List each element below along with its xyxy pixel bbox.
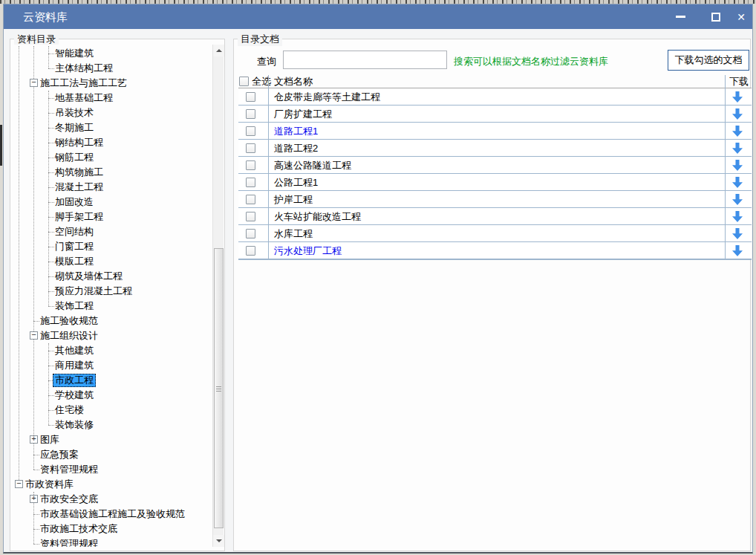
tree-item-label[interactable]: 砌筑及墙体工程: [53, 270, 125, 283]
download-arrow-icon[interactable]: [732, 143, 743, 154]
tree-item-label[interactable]: 构筑物施工: [53, 166, 105, 179]
document-name[interactable]: 公路工程1: [274, 174, 318, 191]
tree-item-label[interactable]: 施工工法与施工工艺: [38, 77, 129, 90]
tree-item-label-selected[interactable]: 市政工程: [53, 374, 96, 387]
tree-item-label[interactable]: 模版工程: [53, 255, 96, 268]
tree-item-label[interactable]: 智能建筑: [53, 47, 96, 60]
row-checkbox[interactable]: [246, 126, 255, 136]
tree-item-label[interactable]: 装饰工程: [53, 299, 96, 313]
tree-item[interactable]: 施工验收规范: [13, 314, 212, 328]
tree-item[interactable]: −施工组织设计: [13, 328, 212, 343]
tree-item-label[interactable]: 预应力混凝土工程: [53, 285, 134, 298]
scrollbar-thumb[interactable]: [214, 248, 224, 528]
document-name[interactable]: 道路工程2: [274, 140, 318, 157]
download-arrow-icon[interactable]: [732, 211, 743, 222]
tree-item-label[interactable]: 资料管理规程: [38, 537, 100, 547]
download-arrow-icon[interactable]: [732, 108, 743, 120]
tree-item[interactable]: −市政资料库: [13, 477, 212, 492]
collapse-icon[interactable]: −: [15, 480, 23, 488]
scroll-down-icon[interactable]: [213, 535, 224, 547]
tree-item-label[interactable]: 市政资料库: [23, 478, 76, 491]
tree-item[interactable]: +图库: [13, 432, 212, 447]
tree-item[interactable]: 资料管理规程: [13, 536, 212, 547]
maximize-icon[interactable]: [705, 7, 727, 27]
download-checked-button[interactable]: 下载勾选的文档: [668, 50, 749, 71]
tree-item[interactable]: 模版工程: [13, 254, 212, 269]
tree-item[interactable]: 市政基础设施工程施工及验收规范: [13, 507, 212, 522]
tree-item-label[interactable]: 脚手架工程: [53, 210, 105, 224]
select-all-checkbox[interactable]: [239, 77, 249, 86]
tree-item[interactable]: 混凝土工程: [13, 180, 212, 195]
document-name-link[interactable]: 道路工程1: [274, 123, 318, 140]
tree-item[interactable]: 市政施工技术交底: [13, 522, 212, 536]
tree-item-label[interactable]: 施工验收规范: [38, 314, 100, 328]
row-checkbox[interactable]: [246, 246, 255, 256]
tree-item[interactable]: +市政安全交底: [13, 492, 212, 507]
download-arrow-icon[interactable]: [732, 160, 743, 171]
download-arrow-icon[interactable]: [732, 245, 743, 256]
download-arrow-icon[interactable]: [732, 177, 743, 188]
row-checkbox[interactable]: [246, 109, 255, 119]
expand-icon[interactable]: +: [30, 495, 38, 503]
tree-item-label[interactable]: 地基基础工程: [53, 91, 115, 105]
tree-item[interactable]: 智能建筑: [13, 46, 212, 61]
download-column-header[interactable]: 下载: [729, 75, 749, 88]
tree-item-label[interactable]: 钢结构工程: [53, 136, 105, 149]
tree-item-label[interactable]: 图库: [38, 433, 62, 447]
tree-item[interactable]: 装饰工程: [13, 299, 212, 314]
row-checkbox[interactable]: [246, 160, 255, 170]
download-arrow-icon[interactable]: [732, 91, 743, 103]
tree-item-label[interactable]: 门窗工程: [53, 240, 96, 253]
scroll-up-icon[interactable]: [213, 45, 224, 56]
expand-icon[interactable]: +: [30, 435, 38, 444]
tree-item[interactable]: 主体结构工程: [13, 61, 212, 76]
tree-item[interactable]: 应急预案: [13, 447, 212, 462]
tree-item-label[interactable]: 吊装技术: [53, 106, 96, 120]
tree-item[interactable]: 装饰装修: [13, 418, 212, 432]
document-name[interactable]: 护岸工程: [274, 191, 313, 208]
tree-item-label[interactable]: 市政施工技术交底: [38, 522, 120, 536]
row-checkbox[interactable]: [246, 229, 255, 238]
tree-item[interactable]: 商用建筑: [13, 358, 212, 373]
tree-item[interactable]: 预应力混凝土工程: [13, 284, 212, 299]
tree-item-label[interactable]: 加固改造: [53, 195, 96, 209]
document-name[interactable]: 高速公路隧道工程: [274, 157, 351, 174]
tree-item[interactable]: 钢结构工程: [13, 135, 212, 150]
tree-item[interactable]: 住宅楼: [13, 403, 212, 418]
tree-item-label[interactable]: 钢筋工程: [53, 151, 96, 164]
tree-item-label[interactable]: 市政基础设施工程施工及验收规范: [38, 507, 187, 521]
tree-item[interactable]: 钢筋工程: [13, 150, 212, 165]
tree-item-label[interactable]: 主体结构工程: [53, 62, 115, 75]
tree-item-label[interactable]: 市政安全交底: [38, 493, 100, 506]
row-checkbox[interactable]: [246, 143, 255, 153]
row-checkbox[interactable]: [246, 212, 255, 221]
title-bar[interactable]: 云资料库 ✕: [4, 4, 752, 29]
tree-item[interactable]: 其他建筑: [13, 343, 212, 358]
tree-item[interactable]: 市政工程: [13, 373, 212, 388]
tree-item-label[interactable]: 商用建筑: [53, 359, 96, 372]
tree-item[interactable]: 地基基础工程: [13, 91, 212, 106]
row-checkbox[interactable]: [246, 178, 255, 187]
collapse-icon[interactable]: −: [30, 79, 38, 87]
name-column-header[interactable]: 文档名称: [274, 75, 313, 88]
tree-item[interactable]: 资料管理规程: [13, 462, 212, 477]
document-name-link[interactable]: 污水处理厂工程: [274, 242, 342, 259]
tree-item[interactable]: 门窗工程: [13, 239, 212, 254]
tree-item[interactable]: 学校建筑: [13, 388, 212, 403]
document-name[interactable]: 火车站扩能改造工程: [274, 208, 361, 225]
download-arrow-icon[interactable]: [732, 194, 743, 205]
tree-item[interactable]: −施工工法与施工工艺: [13, 76, 212, 91]
tree-item-label[interactable]: 应急预案: [38, 448, 81, 461]
download-arrow-icon[interactable]: [732, 228, 743, 239]
tree-item-label[interactable]: 住宅楼: [53, 403, 86, 417]
document-name[interactable]: 仓皮带走廊等等土建工程: [274, 88, 380, 106]
tree-item[interactable]: 脚手架工程: [13, 210, 212, 224]
row-checkbox[interactable]: [246, 195, 255, 204]
document-name[interactable]: 水库工程: [274, 225, 313, 242]
minimize-icon[interactable]: [669, 7, 691, 27]
tree-item[interactable]: 吊装技术: [13, 106, 212, 120]
tree-item-label[interactable]: 学校建筑: [53, 389, 96, 402]
row-checkbox[interactable]: [246, 92, 255, 102]
collapse-icon[interactable]: −: [30, 331, 38, 340]
close-icon[interactable]: ✕: [730, 7, 752, 27]
